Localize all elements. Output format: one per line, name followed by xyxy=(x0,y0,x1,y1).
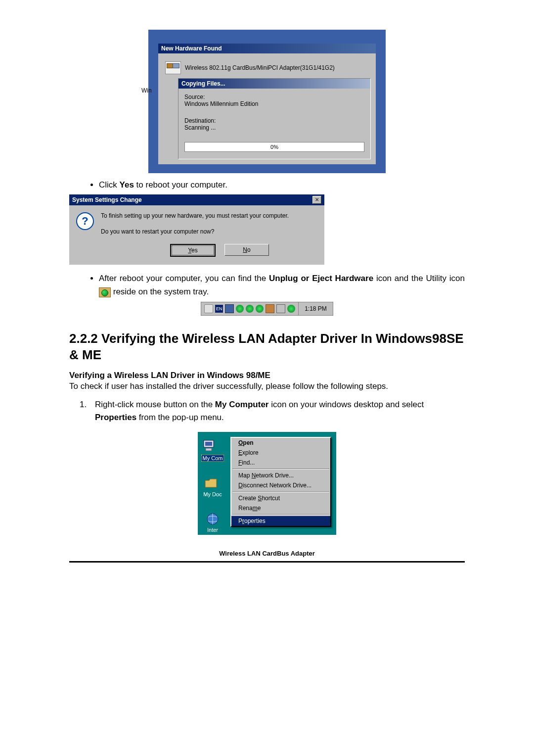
tray-icon[interactable] xyxy=(246,305,254,313)
desktop-area: My Com My Doc Inter xyxy=(198,432,336,535)
new-hardware-dialog: New Hardware Found Wireless 802.11g Card… xyxy=(158,44,376,164)
tray-icon[interactable] xyxy=(225,304,234,313)
context-menu: Open Explore Find... Map Network Drive..… xyxy=(230,437,331,527)
my-computer-label: My Com xyxy=(201,455,224,462)
no-button[interactable]: No xyxy=(224,244,269,256)
menu-explore[interactable]: Explore xyxy=(231,448,330,458)
tray-icon[interactable] xyxy=(236,305,244,313)
utility-tray-icon[interactable] xyxy=(287,305,295,313)
menu-map-drive[interactable]: Map Network Drive... xyxy=(231,471,330,480)
menu-create-shortcut[interactable]: Create Shortcut xyxy=(231,493,330,503)
desktop-background: New Hardware Found Wireless 802.11g Card… xyxy=(148,30,386,173)
instruction-click-yes: Click Yes to reboot your computer. xyxy=(99,178,465,191)
hardware-icon xyxy=(165,61,181,74)
my-documents-label: My Doc xyxy=(203,491,222,497)
dialog-message-2: Do you want to restart your computer now… xyxy=(101,228,317,235)
destination-label: Destination: xyxy=(184,117,364,124)
menu-properties[interactable]: Properties xyxy=(231,516,330,526)
subsection-heading: Verifying a Wireless LAN Driver in Windo… xyxy=(69,371,465,380)
progress-value: 0% xyxy=(270,144,278,150)
win-label: Win xyxy=(141,87,152,94)
system-tray: EN 1:18 PM xyxy=(201,302,333,316)
figure-settings-change: System Settings Change ✕ ? To finish set… xyxy=(69,194,465,265)
dialog-body: Wireless 802.11g CardBus/MiniPCI Adapter… xyxy=(158,53,376,164)
copying-title: Copying Files... xyxy=(178,79,370,89)
step-1: Right-click mouse button on the My Compu… xyxy=(89,398,465,424)
dialog-message-1: To finish setting up your new hardware, … xyxy=(101,212,317,219)
figure-system-tray: EN 1:18 PM xyxy=(69,302,465,316)
menu-find[interactable]: Find... xyxy=(231,458,330,468)
figure-new-hardware: New Hardware Found Wireless 802.11g Card… xyxy=(69,30,465,173)
yes-button[interactable]: Yes xyxy=(170,244,216,257)
question-icon: ? xyxy=(76,212,94,230)
dialog-title-text: System Settings Change xyxy=(72,196,142,203)
page: New Hardware Found Wireless 802.11g Card… xyxy=(0,0,534,586)
instruction-after-reboot: After reboot your computer, you can find… xyxy=(99,272,465,298)
source-value: Windows Millennium Edition xyxy=(184,100,364,107)
copying-files-dialog: Copying Files... Source: Windows Millenn… xyxy=(178,78,371,159)
instruction-list: Click Yes to reboot your computer. xyxy=(69,178,465,191)
source-label: Source: xyxy=(184,94,364,100)
eject-hardware-icon[interactable] xyxy=(276,304,285,313)
menu-separator xyxy=(232,491,329,492)
progress-bar: 0% xyxy=(184,142,364,152)
menu-open[interactable]: Open xyxy=(231,438,330,448)
svg-rect-1 xyxy=(205,442,212,446)
menu-rename[interactable]: Rename xyxy=(231,503,330,513)
section-heading: 2.2.2 Verifying the Wireless LAN Adapter… xyxy=(69,331,465,364)
computer-icon xyxy=(202,439,217,452)
device-name: Wireless 802.11g CardBus/MiniPCI Adapter… xyxy=(185,64,335,71)
volume-icon[interactable] xyxy=(204,304,213,313)
folder-icon xyxy=(204,477,219,489)
instruction-list-2: After reboot your computer, you can find… xyxy=(69,272,465,298)
internet-label: Inter xyxy=(205,527,221,533)
my-computer-icon[interactable]: My Com xyxy=(201,438,224,462)
language-indicator[interactable]: EN xyxy=(215,305,223,313)
intro-text: To check if user has installed the drive… xyxy=(69,381,465,391)
utility-icon xyxy=(99,287,111,297)
menu-separator xyxy=(232,514,329,515)
my-documents-icon[interactable]: My Doc xyxy=(203,475,222,497)
menu-separator xyxy=(232,469,329,470)
internet-icon[interactable]: Inter xyxy=(205,511,221,533)
footer-rule xyxy=(69,561,465,563)
svg-rect-2 xyxy=(206,448,212,451)
clock: 1:18 PM xyxy=(299,305,333,312)
figure-context-menu: My Com My Doc Inter xyxy=(69,432,465,535)
settings-change-dialog: System Settings Change ✕ ? To finish set… xyxy=(69,194,324,265)
globe-icon xyxy=(206,512,220,526)
tray-icon[interactable] xyxy=(266,304,274,313)
destination-value: Scanning ... xyxy=(184,124,364,131)
step-list: Right-click mouse button on the My Compu… xyxy=(69,398,465,424)
tray-icon[interactable] xyxy=(256,305,264,313)
close-icon[interactable]: ✕ xyxy=(312,196,321,204)
tray-icons: EN xyxy=(201,302,299,315)
dialog-title: New Hardware Found xyxy=(158,44,376,53)
dialog-titlebar: System Settings Change ✕ xyxy=(69,194,324,205)
page-footer: Wireless LAN CardBus Adapter xyxy=(69,550,465,560)
menu-disconnect-drive[interactable]: Disconnect Network Drive... xyxy=(231,480,330,490)
